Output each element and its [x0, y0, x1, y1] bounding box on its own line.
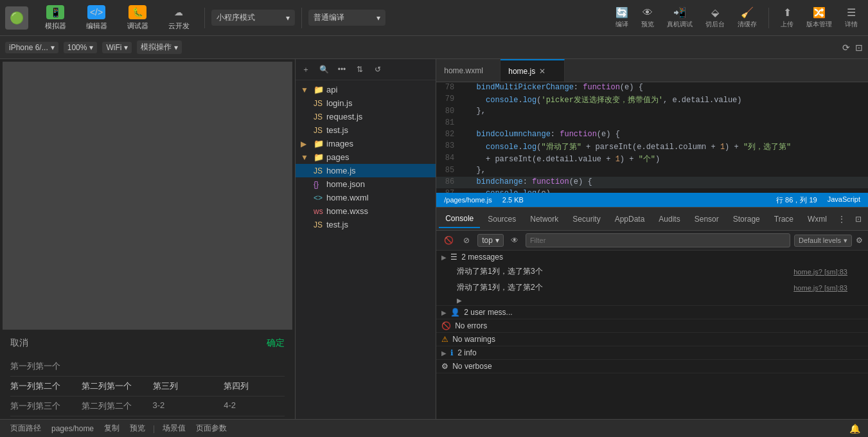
- tab-home-wxml[interactable]: home.wxml: [436, 59, 500, 82]
- add-file-btn[interactable]: ＋: [298, 62, 314, 77]
- console-errors-row[interactable]: 🚫 No errors: [436, 319, 868, 332]
- console-user-row[interactable]: ▶ 👤 2 user mess...: [436, 306, 868, 319]
- file-test-js-pages[interactable]: JS test.js: [296, 218, 436, 231]
- json-icon: {}: [314, 180, 324, 189]
- console-verbose-row[interactable]: ⚙ No verbose: [436, 360, 868, 373]
- tab-home-js[interactable]: home.js ✕: [500, 59, 565, 82]
- context-select[interactable]: top ▾: [477, 234, 504, 247]
- console-warnings-row[interactable]: ⚠ No warnings: [436, 333, 868, 346]
- col1-label: 第一列第一个: [10, 361, 285, 372]
- tab-audits[interactable]: Audits: [652, 211, 686, 227]
- tab-security[interactable]: Security: [566, 211, 607, 227]
- folder-images[interactable]: ▶ 📁 images: [296, 137, 436, 150]
- zoom-select[interactable]: 100% ▾: [64, 42, 98, 53]
- more-file-btn[interactable]: •••: [334, 62, 350, 77]
- compile-dropdown[interactable]: 普通编译 ▾: [308, 10, 385, 26]
- console-settings-btn[interactable]: ⚙: [856, 236, 863, 245]
- expand-object[interactable]: ▶: [436, 296, 868, 305]
- msg-text-2: 滑动了第1列，选了第2个: [457, 282, 542, 293]
- tab-close-icon[interactable]: ✕: [539, 67, 545, 76]
- clear-console-btn[interactable]: 🚫: [441, 233, 456, 247]
- code-line-81: 81: [436, 118, 868, 129]
- eye-btn[interactable]: 👁: [508, 233, 522, 247]
- page-path[interactable]: pages/home: [49, 424, 96, 433]
- code-line-85: 85 },: [436, 165, 868, 177]
- confirm-btn[interactable]: 确定: [267, 337, 285, 349]
- console-info-row[interactable]: ▶ ℹ 2 info: [436, 346, 868, 359]
- user-icon: 👤: [450, 308, 460, 317]
- code-editor[interactable]: 78 bindMultiPickerChange: function(e) { …: [436, 82, 868, 193]
- code-file-size: 2.5 KB: [502, 196, 524, 204]
- user-label: 2 user mess...: [464, 308, 512, 317]
- col3: 第二列第一个: [82, 380, 143, 392]
- cancel-btn[interactable]: 取消: [10, 337, 28, 349]
- cloud-icon: ☁: [170, 5, 188, 19]
- file-home-wxss[interactable]: ws home.wxss: [296, 204, 436, 218]
- simulator-icon: 📱: [46, 5, 64, 19]
- console-content: ▶ ☰ 2 messages 滑动了第1列，选了第3个 home.js? [sm…: [436, 251, 868, 416]
- simulator-label: 模拟器: [45, 21, 66, 31]
- sim-operation-select[interactable]: 模拟操作 ▾: [137, 40, 182, 54]
- file-home-wxml[interactable]: <> home.wxml: [296, 191, 436, 204]
- code-line-87: 87 console.log(e): [436, 188, 868, 193]
- tab-trace[interactable]: Trace: [768, 211, 800, 227]
- wxss-icon: ws: [314, 207, 324, 216]
- network-select[interactable]: WiFi ▾: [102, 42, 132, 53]
- second-toolbar: iPhone 6/... ▾ 100% ▾ WiFi ▾ 模拟操作 ▾ ⟳ ⊡: [0, 36, 868, 59]
- tab-wxml[interactable]: Wxml: [801, 211, 833, 227]
- scene-value[interactable]: 场景值: [160, 423, 188, 434]
- debugger-btn[interactable]: 🐛 调试器: [118, 3, 157, 33]
- msg-src-1[interactable]: home.js? [sm]:83: [793, 268, 847, 276]
- msg-src-2[interactable]: home.js? [sm]:83: [793, 284, 847, 292]
- rotate-icon[interactable]: ⟳: [842, 42, 850, 53]
- folder-pages[interactable]: ▼ 📁 pages: [296, 150, 436, 164]
- tab-sensor[interactable]: Sensor: [688, 211, 725, 227]
- console-filter-input[interactable]: [526, 233, 790, 247]
- detail-btn[interactable]: ☰ 详情: [840, 4, 863, 31]
- clean-btn[interactable]: 🧹 清缓存: [732, 4, 762, 31]
- tab-storage[interactable]: Storage: [727, 211, 766, 227]
- code-line-83: 83 console.log("滑动了第" + parseInt(e.detai…: [436, 141, 868, 153]
- preview-btn[interactable]: 👁 预览: [636, 4, 659, 31]
- file-home-js[interactable]: JS home.js: [296, 164, 436, 177]
- row1-col3: 3-2: [153, 400, 214, 412]
- editor-btn[interactable]: </> 编辑器: [77, 3, 116, 33]
- refresh-file-btn[interactable]: ↺: [370, 62, 385, 77]
- log-levels-select[interactable]: Default levels ▾: [794, 235, 852, 247]
- console-messages-row[interactable]: ▶ ☰ 2 messages: [436, 251, 868, 263]
- tab-sources[interactable]: Sources: [481, 211, 522, 227]
- sim-screen: [3, 62, 292, 330]
- col2: 第一列第二个: [10, 380, 71, 392]
- cut-icon: ⬙: [711, 6, 719, 19]
- folder-api[interactable]: ▼ 📁 api: [296, 83, 436, 96]
- devtools-more-btn[interactable]: ⋮: [835, 212, 849, 226]
- copy-btn[interactable]: 复制: [102, 423, 122, 434]
- folder-api-icon: 📁: [314, 85, 324, 94]
- device-select[interactable]: iPhone 6/... ▾: [5, 42, 58, 53]
- expand-images-icon: ▶: [301, 139, 311, 148]
- page-params[interactable]: 页面参数: [193, 423, 229, 434]
- upload-btn[interactable]: ⬆ 上传: [775, 4, 799, 31]
- file-login-js[interactable]: JS login.js: [296, 96, 436, 110]
- file-test-js-api[interactable]: JS test.js: [296, 123, 436, 137]
- compile-btn[interactable]: 🔄 编译: [610, 4, 633, 31]
- cloud-btn[interactable]: ☁ 云开发: [159, 3, 198, 33]
- preview-page-btn[interactable]: 预览: [127, 423, 148, 434]
- version-btn[interactable]: 🔀 版本管理: [801, 4, 837, 31]
- devtools-toolbar: 🚫 ⊘ top ▾ 👁 Default levels ▾ ⚙: [436, 231, 868, 251]
- expand-icon[interactable]: ⊡: [855, 42, 863, 53]
- block-console-btn[interactable]: ⊘: [459, 233, 474, 247]
- sort-file-btn[interactable]: ⇅: [352, 62, 368, 77]
- tab-appdata[interactable]: AppData: [608, 211, 651, 227]
- mode-dropdown[interactable]: 小程序模式 ▾: [211, 10, 295, 26]
- cut-btn[interactable]: ⬙ 切后台: [700, 4, 730, 31]
- tab-network[interactable]: Network: [524, 211, 565, 227]
- file-home-json[interactable]: {} home.json: [296, 177, 436, 191]
- search-file-btn[interactable]: 🔍: [316, 62, 332, 77]
- devtools-popout-btn[interactable]: ⊡: [851, 212, 865, 226]
- top-toolbar: 🟢 📱 模拟器 </> 编辑器 🐛 调试器 ☁ 云开发 小程序模式 ▾ 普通编译…: [0, 0, 868, 36]
- file-request-js[interactable]: JS request.js: [296, 110, 436, 123]
- real-debug-btn[interactable]: 📲 真机调试: [662, 4, 698, 31]
- tab-console[interactable]: Console: [439, 210, 480, 228]
- simulator-btn[interactable]: 📱 模拟器: [36, 3, 75, 33]
